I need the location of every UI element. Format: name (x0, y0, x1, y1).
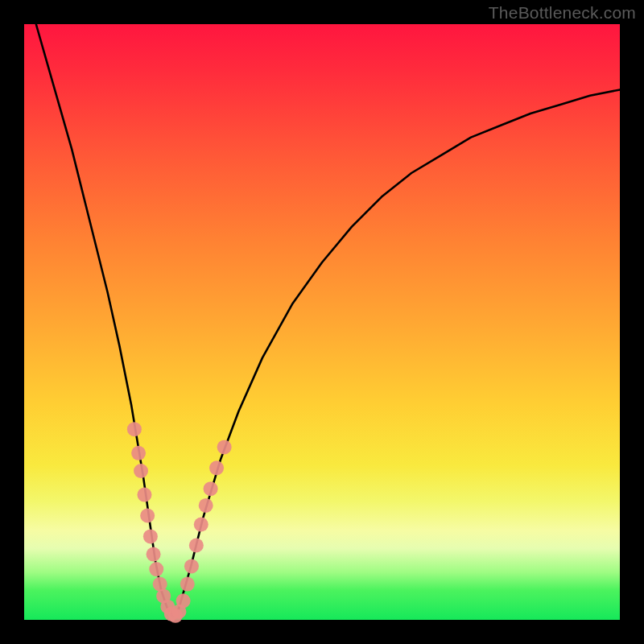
chart-stage: TheBottleneck.com (0, 0, 644, 644)
data-point (134, 464, 148, 478)
data-point (217, 440, 232, 454)
data-point (137, 488, 151, 502)
chart-svg (24, 24, 620, 620)
data-point (147, 547, 161, 562)
data-point (204, 481, 218, 496)
marker-layer (127, 422, 232, 623)
data-point (189, 539, 204, 553)
data-point (194, 518, 208, 532)
data-point (199, 498, 213, 513)
data-point (140, 509, 155, 523)
data-point (131, 446, 146, 460)
data-point (149, 562, 163, 576)
data-point (176, 593, 191, 608)
data-point (180, 577, 195, 592)
bottleneck-curve (36, 24, 620, 617)
data-point (127, 422, 142, 436)
data-point (209, 460, 224, 475)
data-point (143, 529, 158, 543)
plot-area (24, 24, 620, 620)
data-point (184, 559, 199, 573)
watermark-label: TheBottleneck.com (489, 3, 636, 23)
curve-layer (36, 24, 620, 617)
